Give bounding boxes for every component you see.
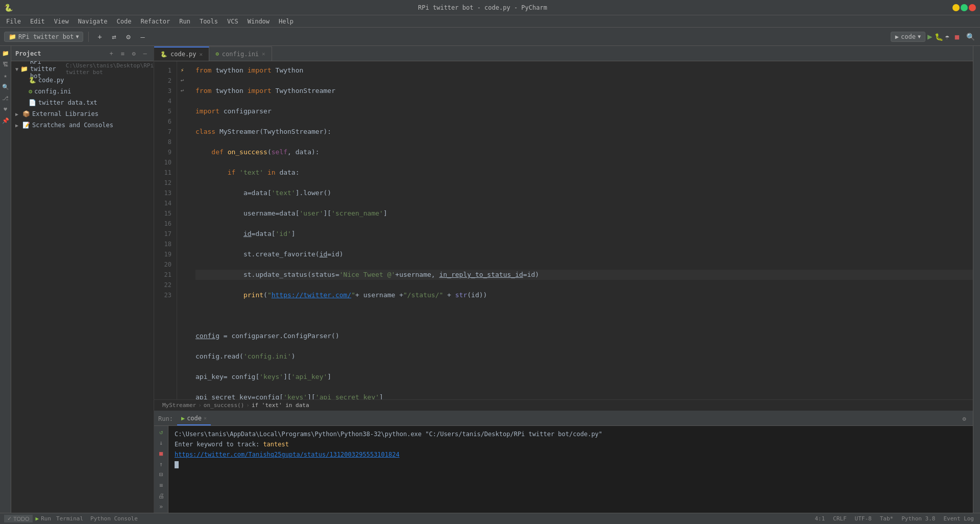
structure-tool-button[interactable]: 🏗	[1, 59, 11, 69]
scroll-up-button[interactable]: ↑	[156, 460, 167, 468]
scratches-arrow-icon: ▶	[15, 123, 20, 128]
scratches-icon: 📝	[22, 122, 30, 129]
print-button[interactable]: 🖨	[156, 492, 167, 501]
tab-code-py-close[interactable]: ✕	[200, 51, 203, 58]
coverage-button[interactable]: ☂	[945, 33, 949, 41]
todo-button[interactable]: ✓ TODO	[4, 515, 33, 522]
tab-code-py[interactable]: 🐍 code.py ✕	[154, 46, 209, 61]
git-tool-button[interactable]: ⎇	[1, 93, 11, 103]
bookmarks-tool-button[interactable]: ★	[1, 70, 11, 81]
collapse-button[interactable]: —	[137, 31, 148, 42]
favorites-tool-button[interactable]: ♥	[1, 104, 11, 114]
more-button[interactable]: »	[156, 502, 167, 511]
menu-navigate[interactable]: Navigate	[74, 17, 112, 26]
breadcrumb: MyStreamer › on_success() › if 'text' in…	[154, 399, 973, 411]
tab-python-icon: 🐍	[160, 51, 167, 58]
toolbar-right: ▶ code ▼ ▶ 🐛 ☂ ■ 🔍	[891, 31, 976, 42]
settings2-button[interactable]: ≡	[156, 481, 167, 490]
project-name: RPi twitter bot	[18, 33, 74, 40]
menu-code[interactable]: Code	[113, 17, 136, 26]
bottom-tabs: Run: ▶ code ✕ ⚙	[154, 412, 973, 426]
tab-config-ini[interactable]: ⚙ config.ini ✕	[209, 46, 272, 61]
stop-button[interactable]: ■	[951, 31, 963, 42]
console-twitter-link[interactable]: https://twitter.com/Tanishq25gupta/statu…	[175, 451, 400, 458]
scratches-consoles-item[interactable]: ▶ 📝 Scratches and Consoles	[11, 120, 154, 131]
run-config-name: code	[901, 33, 916, 40]
sync-button[interactable]: ⇄	[108, 31, 119, 42]
rerun-button[interactable]: ↺	[156, 428, 167, 437]
debug-button[interactable]: 🐛	[935, 33, 943, 41]
minimize-button[interactable]	[952, 4, 960, 11]
project-add-button[interactable]: +	[107, 49, 116, 58]
breadcrumb-sep2: ›	[246, 402, 250, 409]
menu-window[interactable]: Window	[243, 17, 274, 26]
settings-button[interactable]: ⚙	[122, 31, 134, 42]
menu-edit[interactable]: Edit	[26, 17, 49, 26]
tab-config-ini-label: config.ini	[222, 51, 259, 58]
project-panel-title: Project	[15, 50, 41, 57]
maximize-button[interactable]	[961, 4, 968, 11]
project-root-path: C:\Users\tanis\Desktop\RPi twitter bot	[66, 62, 154, 76]
python-console-button[interactable]: Python Console	[88, 515, 140, 522]
close-button[interactable]	[969, 4, 976, 11]
run-panel-label: Run:	[158, 415, 173, 422]
console-output[interactable]: C:\Users\tanis\AppData\Local\Programs\Py…	[168, 426, 973, 513]
project-collapse-all-button[interactable]: ≡	[118, 49, 127, 58]
project-settings-button[interactable]: ⚙	[129, 49, 138, 58]
file-config-ini[interactable]: ⚙ config.ini	[11, 86, 154, 97]
ext-lib-icon: 📦	[22, 110, 30, 117]
event-log-button[interactable]: Event Log	[941, 515, 976, 522]
menu-help[interactable]: Help	[275, 17, 298, 26]
add-config-button[interactable]: +	[94, 31, 105, 42]
scroll-end-button[interactable]: ↓	[156, 439, 167, 447]
window-controls[interactable]	[952, 4, 976, 11]
project-hide-button[interactable]: —	[140, 49, 150, 58]
menu-vcs[interactable]: VCS	[223, 17, 242, 26]
file-code-py[interactable]: 🐍 code.py	[11, 75, 154, 86]
settings-panel-button[interactable]: ⚙	[960, 414, 969, 423]
terminal-button[interactable]: Terminal	[54, 515, 85, 522]
code-editor[interactable]: 1 2 3 4 5 6 7 8 9 10 11 12 13 14 15 16 1…	[154, 61, 973, 399]
project-root-item[interactable]: ▼ 📁 RPi twitter bot C:\Users\tanis\Deskt…	[11, 63, 154, 75]
menu-view[interactable]: View	[50, 17, 73, 26]
code-content[interactable]: from twython import Twython from twython…	[187, 61, 973, 399]
tab-config-ini-close[interactable]: ✕	[262, 51, 265, 57]
indent-selector[interactable]: Tab*	[878, 515, 896, 522]
expand-arrow-icon: ▼	[15, 66, 18, 72]
menu-refactor[interactable]: Refactor	[136, 17, 174, 26]
bottom-tab-code[interactable]: ▶ code ✕	[177, 412, 211, 425]
split-button[interactable]: ⊟	[156, 470, 167, 479]
project-folder-icon: 📁	[20, 65, 28, 73]
console-input-prompt: Enter keyword to track:	[175, 441, 263, 448]
run-button[interactable]: ▶	[927, 32, 933, 41]
main-area: 📁 🏗 ★ 🔍 ⎇ ♥ 📌 Project + ≡ ⚙ — ▼ 📁 RPi tw…	[0, 46, 980, 513]
search-everywhere-button[interactable]: 🔍	[965, 31, 976, 42]
menu-run[interactable]: Run	[175, 17, 194, 26]
line-ending-selector[interactable]: CRLF	[831, 515, 849, 522]
find-tool-button[interactable]: 🔍	[1, 82, 11, 92]
right-scrollbar[interactable]	[973, 46, 980, 513]
encoding-selector[interactable]: UTF-8	[853, 515, 874, 522]
run-status-label[interactable]: Run	[41, 515, 51, 522]
breadcrumb-method: on_success()	[204, 402, 244, 409]
run-config-selector[interactable]: ▶ code ▼	[891, 32, 925, 42]
file-twitter-data[interactable]: 📄 twitter data.txt	[11, 97, 154, 108]
console-command-line: C:\Users\tanis\AppData\Local\Programs\Py…	[175, 429, 967, 439]
stop-run-button[interactable]: ■	[156, 449, 167, 458]
python-file-icon: 🐍	[29, 77, 36, 84]
tab-ini-icon: ⚙	[215, 51, 219, 57]
bottom-tab-close[interactable]: ✕	[204, 415, 207, 421]
tab-code-py-label: code.py	[170, 51, 197, 58]
menu-file[interactable]: File	[2, 17, 25, 26]
external-libraries-item[interactable]: ▶ 📦 External Libraries	[11, 108, 154, 120]
text-file-icon: 📄	[29, 99, 36, 106]
position-indicator: 4:1	[813, 515, 827, 522]
project-selector[interactable]: 📁 RPi twitter bot ▼	[4, 32, 83, 42]
project-tool-button[interactable]: 📁	[1, 48, 11, 58]
cursor-icon	[175, 461, 179, 468]
pin-tool-button[interactable]: 📌	[1, 115, 11, 126]
file-twitter-data-label: twitter data.txt	[38, 99, 97, 106]
title-bar: 🐍 RPi twitter bot - code.py - PyCharm	[0, 0, 980, 15]
menu-tools[interactable]: Tools	[195, 17, 222, 26]
file-code-py-label: code.py	[38, 77, 64, 84]
